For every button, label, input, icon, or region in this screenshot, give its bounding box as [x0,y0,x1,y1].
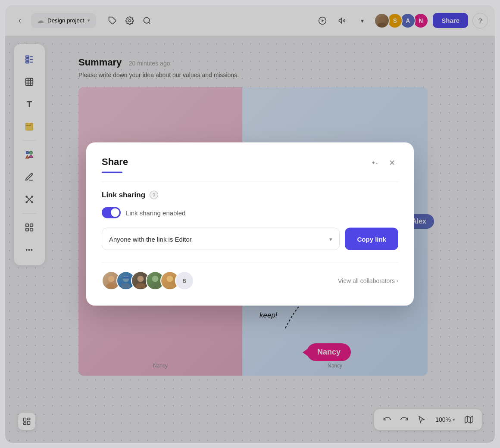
svg-point-48 [152,276,159,282]
view-all-chevron-icon: › [397,278,398,284]
share-modal: Share •· ✕ Link sharing ? Link sharing e… [86,143,414,306]
view-all-label: View all collaborators [338,277,395,284]
link-permission-dropdown[interactable]: Anyone with the link is Editor ▾ [102,228,340,250]
collab-count-badge: 6 [175,271,194,290]
svg-point-42 [108,276,115,282]
modal-more-button[interactable]: •· [369,156,382,169]
toggle-knob [111,208,119,217]
modal-title: Share [102,156,128,168]
link-sharing-help-button[interactable]: ? [150,191,158,199]
link-sharing-toggle[interactable] [102,207,121,218]
link-row: Anyone with the link is Editor ▾ Copy li… [102,228,398,250]
link-sharing-title: Link sharing [102,191,145,199]
toggle-row: Link sharing enabled [102,207,398,218]
modal-divider [102,182,398,182]
link-dropdown-chevron-icon: ▾ [329,236,332,242]
modal-divider-2 [102,262,398,263]
copy-link-button[interactable]: Copy link [345,228,398,250]
toggle-label: Link sharing enabled [126,209,185,216]
collab-avatars: 6 [102,271,194,290]
svg-point-50 [167,276,173,282]
svg-point-43 [106,283,116,288]
modal-header: Share •· ✕ [102,156,398,173]
svg-point-45 [121,283,131,288]
modal-underline [102,172,122,173]
svg-point-46 [138,276,144,282]
modal-close-area: •· ✕ [369,156,398,169]
svg-point-47 [136,283,146,288]
modal-close-button[interactable]: ✕ [385,156,398,169]
view-all-collaborators-button[interactable]: View all collaborators › [338,277,398,284]
link-permission-text: Anyone with the link is Editor [109,235,192,243]
collaborators-row: 6 View all collaborators › [102,271,398,290]
svg-point-51 [165,283,175,288]
app-container: ‹ ☁ Design project ▾ [5,5,495,443]
link-sharing-section: Link sharing ? [102,191,398,199]
svg-point-49 [150,283,160,288]
